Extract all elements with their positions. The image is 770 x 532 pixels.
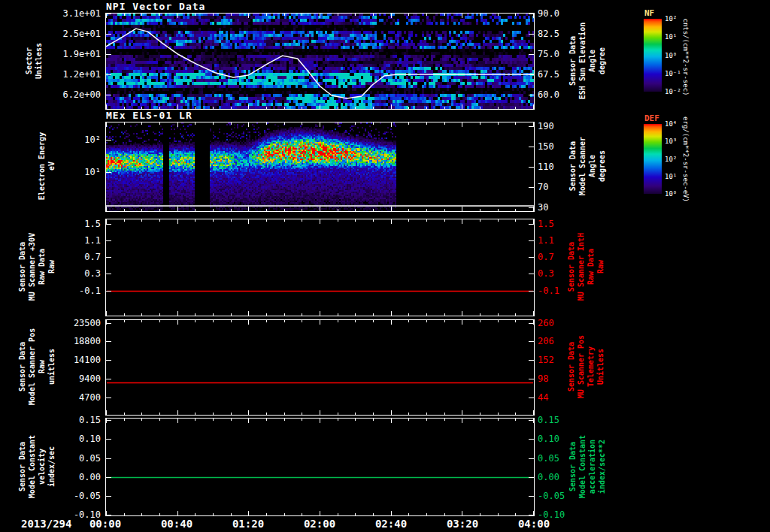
y-tick-label: 3.1e+01 <box>0 9 101 18</box>
colorbar-tick-label: 10² <box>665 15 677 23</box>
colorbar-nf-title: NF <box>644 8 654 18</box>
y-tick-label: 110 <box>538 162 554 171</box>
y-tick-label: 0.15 <box>0 416 101 425</box>
y-tick-label: 0.3 <box>538 269 554 278</box>
y-tick-label: 98 <box>538 374 548 383</box>
colorbar-tick-label: 10¹ <box>665 33 677 41</box>
y-tick-label: 30 <box>538 203 548 212</box>
mu-scanner-right-axis-label: Sensor Data MU Scanner IntH Raw Data Raw <box>566 233 605 301</box>
colorbar-tick-label: 10⁻² <box>665 88 681 95</box>
y-tick-label: 0.05 <box>0 454 101 463</box>
y-tick-label: 2.5e+01 <box>0 29 101 38</box>
y-tick-label: 18800 <box>0 337 101 346</box>
y-tick-label: 70 <box>538 183 548 192</box>
x-tick-label: 00:40 <box>147 518 207 530</box>
els-spectrogram-canvas <box>106 122 534 211</box>
y-tick-label: 1.2e+01 <box>0 70 101 79</box>
panel-model-scanner-pos <box>105 319 535 416</box>
y-tick-label: 0.15 <box>538 416 559 425</box>
model-constant-canvas <box>106 419 534 515</box>
y-tick-label: 75.0 <box>538 50 559 59</box>
panel-model-constant <box>105 418 535 516</box>
x-tick-label: 01:20 <box>218 518 278 530</box>
x-tick-label: 03:20 <box>432 518 493 530</box>
y-tick-label: 0.00 <box>0 473 101 482</box>
y-tick-label: 260 <box>538 319 554 328</box>
y-tick-label: 90.0 <box>538 9 559 18</box>
x-tick-label: 02:40 <box>361 518 421 530</box>
y-tick-label: 1.5 <box>0 219 101 228</box>
y-tick-label: 0.10 <box>538 434 559 443</box>
y-tick-label: 0.10 <box>0 434 101 443</box>
colorbar-tick-label: 10² <box>665 156 677 163</box>
x-tick-label: 02:00 <box>290 518 350 530</box>
scanner-pos-right-axis-label: Sensor Data MU Scanner Pos Telemetry Uni… <box>566 335 605 398</box>
y-tick-label: 82.5 <box>538 29 559 38</box>
x-tick-label: 00:00 <box>75 518 135 530</box>
y-tick-label: 206 <box>538 337 554 346</box>
colorbar-tick-label: 10¹ <box>665 173 677 180</box>
colorbar-tick-label: 10⁴ <box>665 120 677 128</box>
colorbar-nf <box>644 19 662 92</box>
y-tick-label: 0.7 <box>538 252 554 261</box>
model-const-right-axis-label: Sensor Data Model Constant acceleration … <box>568 435 607 498</box>
y-tick-label: 23500 <box>0 319 101 328</box>
colorbar-def <box>644 124 662 194</box>
mu-scanner-raw-canvas <box>106 219 534 316</box>
y-tick-label: 4700 <box>0 393 101 402</box>
y-tick-label: 0.7 <box>0 252 101 261</box>
y-tick-label: 190 <box>538 122 554 131</box>
x-tick-label: 04:00 <box>504 518 564 530</box>
y-tick-label: 1.1 <box>538 236 554 245</box>
panel-npi-heatmap <box>105 13 535 110</box>
y-tick-label: -0.1 <box>0 286 101 295</box>
panel-mu-scanner-raw <box>105 219 535 316</box>
colorbar-tick-label: 10⁻¹ <box>665 70 681 77</box>
plot-screen: NPI Vector Data MEx ELS-01 LR Sector Uni… <box>0 0 770 532</box>
date-label: 2013/294 <box>21 518 71 530</box>
y-tick-label: 0.3 <box>0 269 101 278</box>
y-tick-label: 6.2e+00 <box>0 90 101 99</box>
colorbar-tick-label: 10³ <box>665 138 677 145</box>
y-tick-label: 60.0 <box>538 90 559 99</box>
colorbar-nf-unit-label: cnts/(cm**2-sr-sec) <box>682 19 690 96</box>
els-right-axis-label: Sensor Data Model Scanner Angle degrees <box>568 137 607 195</box>
y-tick-label: 44 <box>538 393 548 402</box>
panel-els-spectrogram <box>105 122 535 212</box>
model-const-left-axis-label: Sensor Data Model Constant velocity inde… <box>17 435 56 498</box>
y-tick-label: 14100 <box>0 355 101 364</box>
y-tick-label: 9400 <box>0 374 101 383</box>
colorbar-tick-label: 10⁰ <box>665 190 677 198</box>
y-tick-label: 0.00 <box>538 473 559 482</box>
y-tick-label: 10¹ <box>0 168 101 177</box>
y-tick-label: -0.05 <box>538 491 565 500</box>
y-tick-label: 10² <box>0 135 101 144</box>
y-tick-label: 67.5 <box>538 70 559 79</box>
y-tick-label: 1.9e+01 <box>0 50 101 59</box>
npi-heatmap-canvas <box>106 14 534 109</box>
y-tick-label: 152 <box>538 355 554 364</box>
colorbar-def-unit-label: erg/(cm**2-sr-sec-eV) <box>682 116 690 202</box>
y-tick-label: 1.1 <box>0 236 101 245</box>
panel-npi-title: NPI Vector Data <box>106 1 205 12</box>
y-tick-label: 1.5 <box>538 219 554 228</box>
npi-right-axis-label: Sensor Data ESH Sun Elevation Angle degr… <box>568 23 607 99</box>
y-tick-label: 0.05 <box>538 454 559 463</box>
y-tick-label: -0.1 <box>538 286 559 295</box>
colorbar-def-title: DEF <box>644 113 659 123</box>
model-scanner-pos-canvas <box>106 320 534 415</box>
colorbar-tick-label: 10⁰ <box>665 52 677 59</box>
panel-els-title: MEx ELS-01 LR <box>106 110 192 121</box>
y-tick-label: -0.05 <box>0 491 101 500</box>
y-tick-label: 150 <box>538 142 554 151</box>
